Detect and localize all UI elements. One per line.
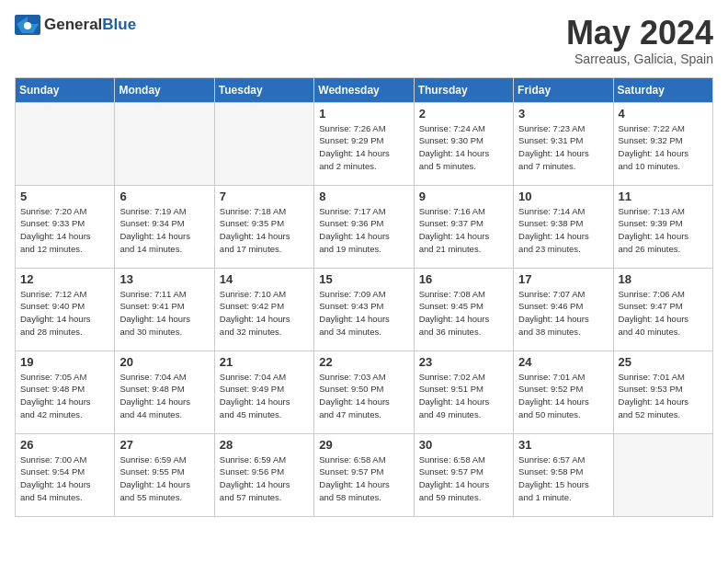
day-number: 14: [220, 272, 309, 286]
day-number: 3: [518, 107, 608, 121]
calendar-cell: 19Sunrise: 7:05 AM Sunset: 9:48 PM Dayli…: [16, 350, 115, 433]
calendar-cell: 7Sunrise: 7:18 AM Sunset: 9:35 PM Daylig…: [214, 185, 313, 268]
weekday-header-sunday: Sunday: [16, 77, 115, 102]
day-info: Sunrise: 6:58 AM Sunset: 9:57 PM Dayligh…: [419, 454, 508, 504]
day-number: 9: [419, 190, 508, 203]
day-info: Sunrise: 7:07 AM Sunset: 9:46 PM Dayligh…: [518, 288, 608, 339]
day-number: 17: [518, 272, 608, 286]
day-number: 22: [319, 355, 408, 369]
calendar-cell: 2Sunrise: 7:24 AM Sunset: 9:30 PM Daylig…: [414, 102, 513, 185]
calendar-cell: 1Sunrise: 7:26 AM Sunset: 9:29 PM Daylig…: [314, 102, 414, 185]
weekday-header-friday: Friday: [514, 77, 613, 102]
page-header: GeneralBlue May 2024 Sarreaus, Galicia, …: [15, 15, 713, 66]
calendar-cell: 10Sunrise: 7:14 AM Sunset: 9:38 PM Dayli…: [514, 185, 613, 268]
weekday-header-thursday: Thursday: [414, 77, 513, 102]
day-info: Sunrise: 7:01 AM Sunset: 9:53 PM Dayligh…: [619, 371, 708, 421]
day-number: 26: [20, 438, 109, 452]
day-number: 30: [419, 438, 508, 452]
calendar-cell: 25Sunrise: 7:01 AM Sunset: 9:53 PM Dayli…: [613, 350, 712, 433]
day-number: 4: [619, 107, 708, 121]
calendar-week-4: 26Sunrise: 7:00 AM Sunset: 9:54 PM Dayli…: [16, 433, 713, 516]
calendar-table: SundayMondayTuesdayWednesdayThursdayFrid…: [15, 77, 713, 517]
day-info: Sunrise: 7:17 AM Sunset: 9:36 PM Dayligh…: [319, 205, 408, 256]
day-info: Sunrise: 6:57 AM Sunset: 9:58 PM Dayligh…: [518, 454, 608, 504]
day-number: 24: [518, 355, 608, 369]
day-number: 28: [220, 438, 309, 452]
calendar-cell: 24Sunrise: 7:01 AM Sunset: 9:52 PM Dayli…: [514, 350, 613, 433]
logo-icon: [15, 15, 40, 35]
logo-text: GeneralBlue: [44, 16, 136, 34]
day-number: 1: [319, 107, 408, 121]
day-info: Sunrise: 7:03 AM Sunset: 9:50 PM Dayligh…: [319, 371, 408, 421]
day-info: Sunrise: 7:10 AM Sunset: 9:42 PM Dayligh…: [220, 288, 309, 339]
weekday-header-tuesday: Tuesday: [214, 77, 313, 102]
calendar-week-3: 19Sunrise: 7:05 AM Sunset: 9:48 PM Dayli…: [16, 350, 713, 433]
day-info: Sunrise: 7:18 AM Sunset: 9:35 PM Dayligh…: [220, 205, 309, 256]
calendar-cell: 6Sunrise: 7:19 AM Sunset: 9:34 PM Daylig…: [115, 185, 214, 268]
calendar-cell: 13Sunrise: 7:11 AM Sunset: 9:41 PM Dayli…: [115, 268, 214, 350]
day-info: Sunrise: 7:13 AM Sunset: 9:39 PM Dayligh…: [619, 205, 708, 256]
day-number: 31: [518, 438, 608, 452]
day-info: Sunrise: 7:26 AM Sunset: 9:29 PM Dayligh…: [319, 122, 408, 173]
calendar-cell: [115, 102, 214, 185]
day-info: Sunrise: 7:24 AM Sunset: 9:30 PM Dayligh…: [419, 122, 508, 173]
day-number: 20: [119, 355, 209, 369]
logo: GeneralBlue: [15, 15, 136, 35]
day-info: Sunrise: 7:01 AM Sunset: 9:52 PM Dayligh…: [518, 371, 608, 421]
day-info: Sunrise: 7:04 AM Sunset: 9:49 PM Dayligh…: [220, 371, 309, 421]
svg-point-3: [24, 22, 31, 29]
day-info: Sunrise: 7:16 AM Sunset: 9:37 PM Dayligh…: [419, 205, 508, 256]
calendar-cell: 12Sunrise: 7:12 AM Sunset: 9:40 PM Dayli…: [16, 268, 115, 350]
day-number: 6: [119, 190, 209, 203]
weekday-row: SundayMondayTuesdayWednesdayThursdayFrid…: [16, 77, 713, 102]
day-info: Sunrise: 6:58 AM Sunset: 9:57 PM Dayligh…: [319, 454, 408, 504]
calendar-cell: 16Sunrise: 7:08 AM Sunset: 9:45 PM Dayli…: [414, 268, 513, 350]
calendar-cell: 14Sunrise: 7:10 AM Sunset: 9:42 PM Dayli…: [214, 268, 313, 350]
calendar-cell: 30Sunrise: 6:58 AM Sunset: 9:57 PM Dayli…: [414, 433, 513, 516]
day-number: 7: [220, 190, 309, 203]
calendar-header: SundayMondayTuesdayWednesdayThursdayFrid…: [16, 77, 713, 102]
day-number: 12: [20, 272, 109, 286]
day-number: 19: [20, 355, 109, 369]
day-number: 18: [619, 272, 708, 286]
day-info: Sunrise: 7:22 AM Sunset: 9:32 PM Dayligh…: [619, 122, 708, 173]
calendar-cell: 18Sunrise: 7:06 AM Sunset: 9:47 PM Dayli…: [613, 268, 712, 350]
calendar-cell: 31Sunrise: 6:57 AM Sunset: 9:58 PM Dayli…: [514, 433, 613, 516]
day-info: Sunrise: 7:19 AM Sunset: 9:34 PM Dayligh…: [119, 205, 209, 256]
day-number: 2: [419, 107, 508, 121]
day-number: 5: [20, 190, 109, 203]
day-info: Sunrise: 7:00 AM Sunset: 9:54 PM Dayligh…: [20, 454, 109, 504]
day-info: Sunrise: 7:12 AM Sunset: 9:40 PM Dayligh…: [20, 288, 109, 339]
calendar-cell: 26Sunrise: 7:00 AM Sunset: 9:54 PM Dayli…: [16, 433, 115, 516]
day-number: 27: [119, 438, 209, 452]
weekday-header-saturday: Saturday: [613, 77, 712, 102]
day-info: Sunrise: 7:04 AM Sunset: 9:48 PM Dayligh…: [119, 371, 209, 421]
day-number: 13: [119, 272, 209, 286]
calendar-cell: 5Sunrise: 7:20 AM Sunset: 9:33 PM Daylig…: [16, 185, 115, 268]
calendar-cell: 8Sunrise: 7:17 AM Sunset: 9:36 PM Daylig…: [314, 185, 414, 268]
calendar-body: 1Sunrise: 7:26 AM Sunset: 9:29 PM Daylig…: [16, 102, 713, 516]
day-number: 11: [619, 190, 708, 203]
day-number: 10: [518, 190, 608, 203]
day-info: Sunrise: 7:05 AM Sunset: 9:48 PM Dayligh…: [20, 371, 109, 421]
calendar-cell: [16, 102, 115, 185]
day-info: Sunrise: 7:06 AM Sunset: 9:47 PM Dayligh…: [619, 288, 708, 339]
day-info: Sunrise: 7:23 AM Sunset: 9:31 PM Dayligh…: [518, 122, 608, 173]
weekday-header-wednesday: Wednesday: [314, 77, 414, 102]
calendar-week-1: 5Sunrise: 7:20 AM Sunset: 9:33 PM Daylig…: [16, 185, 713, 268]
logo-blue: Blue: [102, 16, 136, 33]
day-number: 25: [619, 355, 708, 369]
calendar-cell: 21Sunrise: 7:04 AM Sunset: 9:49 PM Dayli…: [214, 350, 313, 433]
day-info: Sunrise: 7:09 AM Sunset: 9:43 PM Dayligh…: [319, 288, 408, 339]
calendar-week-2: 12Sunrise: 7:12 AM Sunset: 9:40 PM Dayli…: [16, 268, 713, 350]
day-info: Sunrise: 7:02 AM Sunset: 9:51 PM Dayligh…: [419, 371, 508, 421]
day-info: Sunrise: 7:20 AM Sunset: 9:33 PM Dayligh…: [20, 205, 109, 256]
calendar-week-0: 1Sunrise: 7:26 AM Sunset: 9:29 PM Daylig…: [16, 102, 713, 185]
calendar-cell: 23Sunrise: 7:02 AM Sunset: 9:51 PM Dayli…: [414, 350, 513, 433]
day-info: Sunrise: 7:14 AM Sunset: 9:38 PM Dayligh…: [518, 205, 608, 256]
day-number: 21: [220, 355, 309, 369]
calendar-cell: [613, 433, 712, 516]
day-number: 29: [319, 438, 408, 452]
day-info: Sunrise: 6:59 AM Sunset: 9:55 PM Dayligh…: [119, 454, 209, 504]
day-number: 8: [319, 190, 408, 203]
